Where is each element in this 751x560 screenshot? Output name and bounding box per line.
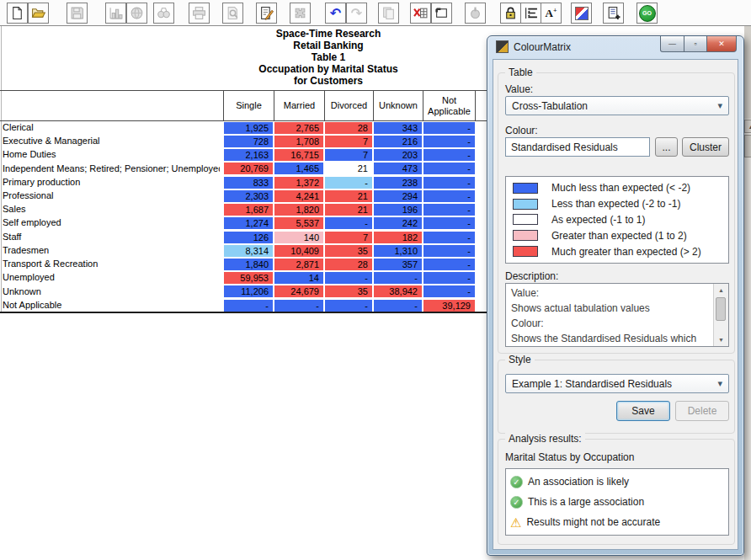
- data-cell[interactable]: 7: [325, 232, 372, 243]
- open-file-button[interactable]: [28, 3, 49, 24]
- row-header-label[interactable]: Transport & Recreation: [3, 259, 220, 269]
- edit-annotations-button[interactable]: [256, 3, 277, 24]
- cluster-button[interactable]: Cluster: [682, 137, 729, 157]
- row-header-label[interactable]: Independent Means; Retired; Pensioner; U…: [3, 163, 220, 173]
- close-icon[interactable]: ✕: [707, 36, 737, 52]
- data-cell[interactable]: 1,925: [224, 122, 273, 134]
- data-cell[interactable]: 182: [374, 232, 422, 243]
- data-cell[interactable]: 10,409: [274, 245, 323, 257]
- new-view-button[interactable]: [603, 3, 624, 24]
- column-header-unknown[interactable]: Unknown: [373, 91, 423, 120]
- row-header-label[interactable]: Sales: [3, 204, 220, 214]
- data-cell[interactable]: 2,163: [224, 149, 273, 161]
- value-dropdown[interactable]: Cross-Tabulation: [505, 96, 729, 115]
- data-cell[interactable]: 1,372: [274, 177, 323, 189]
- desc-scroll-up-icon[interactable]: ▲: [714, 284, 728, 296]
- data-cell[interactable]: 21: [325, 163, 372, 174]
- data-cell[interactable]: -: [423, 177, 475, 189]
- data-cell[interactable]: 16,715: [274, 149, 323, 161]
- data-cell[interactable]: 39,129: [423, 300, 475, 312]
- column-header-divorced[interactable]: Divorced: [324, 91, 373, 120]
- data-cell[interactable]: 7: [325, 136, 372, 147]
- row-header-label[interactable]: Tradesmen: [3, 245, 220, 255]
- data-cell[interactable]: -: [423, 232, 475, 243]
- data-cell[interactable]: 7: [325, 149, 372, 161]
- data-cell[interactable]: 2,303: [224, 190, 273, 202]
- new-document-button[interactable]: [7, 3, 28, 24]
- data-cell[interactable]: -: [374, 300, 422, 312]
- data-cell[interactable]: 294: [374, 190, 422, 202]
- data-cell[interactable]: 28: [325, 259, 372, 270]
- data-cell[interactable]: 473: [374, 163, 422, 174]
- colourmatrix-button[interactable]: [571, 3, 592, 24]
- data-cell[interactable]: 4,241: [274, 190, 323, 202]
- data-cell[interactable]: -: [423, 190, 475, 202]
- data-cell[interactable]: 5,537: [274, 217, 323, 229]
- data-cell[interactable]: -: [423, 122, 475, 134]
- data-cell[interactable]: 126: [224, 232, 273, 243]
- data-cell[interactable]: 196: [374, 204, 422, 216]
- data-cell[interactable]: 59,953: [224, 272, 273, 284]
- data-cell[interactable]: -: [274, 300, 323, 312]
- data-cell[interactable]: -: [325, 177, 372, 189]
- data-cell[interactable]: 21: [325, 204, 372, 216]
- data-cell[interactable]: -: [423, 149, 475, 161]
- data-cell[interactable]: 14: [274, 272, 323, 284]
- row-header-label[interactable]: Not Applicable: [3, 300, 220, 310]
- window-vertical-scrollbar[interactable]: [744, 26, 751, 560]
- data-cell[interactable]: 1,274: [224, 217, 273, 229]
- data-cell[interactable]: 343: [374, 122, 422, 134]
- data-cell[interactable]: 1,708: [274, 136, 323, 147]
- data-cell[interactable]: -: [374, 272, 422, 284]
- font-size-button[interactable]: A+: [541, 3, 562, 24]
- data-cell[interactable]: -: [423, 217, 475, 229]
- data-cell[interactable]: 24,679: [274, 285, 323, 297]
- data-cell[interactable]: 2,871: [274, 259, 323, 270]
- data-cell[interactable]: -: [423, 285, 475, 297]
- data-cell[interactable]: 21: [325, 190, 372, 202]
- data-cell[interactable]: 1,465: [274, 163, 323, 174]
- dialog-titlebar[interactable]: ColourMatrix: [496, 40, 571, 53]
- row-format-button[interactable]: [520, 3, 541, 24]
- data-cell[interactable]: 20,769: [224, 163, 273, 174]
- column-header-single[interactable]: Single: [223, 91, 274, 120]
- data-cell[interactable]: 357: [374, 259, 422, 270]
- data-cell[interactable]: 35: [325, 285, 372, 297]
- data-cell[interactable]: 35: [325, 245, 372, 257]
- minimize-icon[interactable]: —: [660, 36, 684, 52]
- scrollbar-thumb[interactable]: [744, 135, 751, 157]
- browse-button[interactable]: ...: [655, 137, 678, 157]
- colour-field[interactable]: Standardised Residuals: [505, 137, 650, 157]
- data-cell[interactable]: 8,314: [224, 245, 273, 257]
- data-cell[interactable]: -: [423, 245, 475, 257]
- row-header-label[interactable]: Executive & Managerial: [3, 136, 220, 146]
- lock-button[interactable]: [500, 3, 521, 24]
- data-cell[interactable]: 203: [374, 149, 422, 161]
- data-cell[interactable]: -: [423, 204, 475, 216]
- description-box[interactable]: Value:Shows actual tabulation valuesColo…: [505, 283, 729, 347]
- data-cell[interactable]: 140: [274, 232, 323, 243]
- data-cell[interactable]: 728: [224, 136, 273, 147]
- data-cell[interactable]: -: [325, 217, 372, 229]
- data-cell[interactable]: 1,820: [274, 204, 323, 216]
- column-header-married[interactable]: Married: [274, 91, 324, 120]
- data-cell[interactable]: 242: [374, 217, 422, 229]
- data-cell[interactable]: 833: [224, 177, 273, 189]
- description-scrollbar[interactable]: ▲ ▼: [713, 284, 728, 346]
- row-header-label[interactable]: Unemployed: [3, 272, 220, 282]
- data-cell[interactable]: 2,765: [274, 122, 323, 134]
- delete-rows-button[interactable]: [410, 3, 431, 24]
- data-cell[interactable]: -: [423, 163, 475, 174]
- desc-scroll-down-icon[interactable]: ▼: [714, 333, 728, 346]
- data-cell[interactable]: -: [325, 300, 372, 312]
- data-cell[interactable]: 38,942: [374, 285, 422, 297]
- row-header-label[interactable]: Professional: [3, 190, 220, 200]
- row-header-label[interactable]: Self employed: [3, 217, 220, 227]
- data-cell[interactable]: 1,840: [224, 259, 273, 270]
- save-button[interactable]: Save: [616, 401, 670, 421]
- row-header-label[interactable]: Staff: [3, 232, 220, 242]
- row-header-label[interactable]: Clerical: [3, 122, 220, 132]
- data-cell[interactable]: 11,206: [224, 285, 273, 297]
- resize-frame-button[interactable]: [431, 3, 452, 24]
- style-dropdown[interactable]: Example 1: Standardised Residuals: [505, 374, 729, 393]
